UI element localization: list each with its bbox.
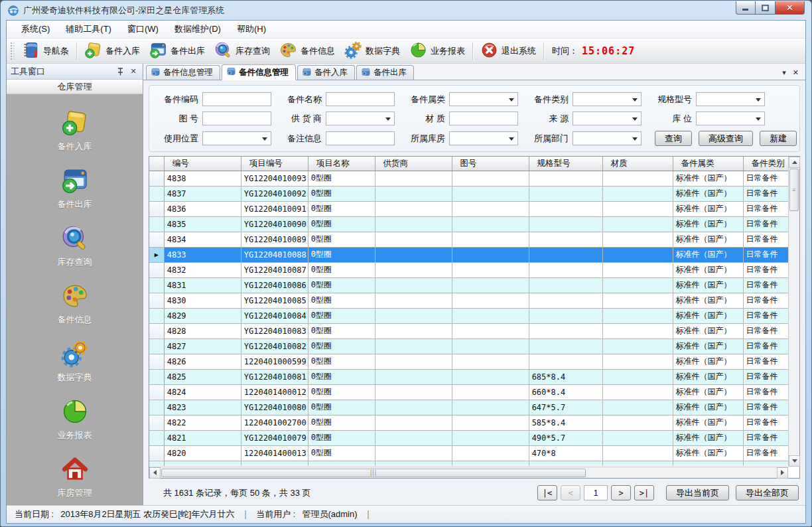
scroll-down-icon[interactable] (789, 455, 800, 467)
row-selector[interactable] (149, 232, 164, 247)
first-page-button[interactable]: |< (537, 485, 557, 500)
field-combo[interactable] (449, 92, 518, 106)
close-button[interactable]: ✕ (776, 1, 805, 15)
table-row[interactable]: 482212204010027000型圈585*8.4标准件（国产）日常备件PC (149, 415, 788, 430)
row-selector[interactable] (149, 171, 164, 186)
scroll-right-icon[interactable] (777, 467, 788, 479)
sidebar-item-parts-in[interactable]: 备件入库 (58, 109, 92, 153)
sidebar-item-data-dict[interactable]: 数据字典 (58, 340, 92, 384)
prev-page-button[interactable]: < (561, 485, 580, 500)
table-row[interactable]: 4838YG122040100930型圈标准件（国产）日常备件M (149, 171, 788, 186)
table-row[interactable]: 4831YG122040100860型圈标准件（国产）日常备件M (149, 277, 788, 293)
tab-4[interactable]: 备件出库 (356, 65, 414, 80)
field-combo[interactable] (202, 131, 271, 145)
menu-item-3[interactable]: 窗口(W) (119, 21, 167, 38)
tab-3[interactable]: 备件入库 (297, 65, 355, 80)
scroll-up-icon[interactable] (789, 157, 800, 168)
table-row[interactable]: 4832YG122040100870型圈标准件（国产）日常备件M (149, 262, 788, 277)
export-all-pages-button[interactable]: 导出全部页 (736, 485, 799, 500)
toolbar-button-data-dict[interactable]: 数据字典 (340, 39, 405, 63)
field-combo[interactable] (696, 112, 765, 125)
horizontal-scrollbar[interactable]: ||| (149, 467, 788, 478)
table-row[interactable]: 4836YG122040100910型圈标准件（国产）日常备件M (149, 201, 788, 216)
field-combo[interactable] (573, 112, 642, 125)
table-row[interactable]: 4823YG122040100800型圈647*5.7标准件（国产）日常备件PC (149, 400, 788, 415)
column-header[interactable]: 规格型号 (529, 157, 602, 171)
row-selector[interactable] (149, 201, 164, 216)
tab-1[interactable]: 备件信息管理 (146, 65, 220, 80)
row-selector[interactable] (149, 323, 164, 339)
toolbar-button-stock-query[interactable]: 库存查询 (210, 39, 275, 63)
minimize-button[interactable] (736, 1, 756, 15)
row-selector[interactable] (149, 293, 164, 308)
table-row[interactable]: 4837YG122040100920型圈标准件（国产）日常备件M (149, 186, 788, 201)
field-combo[interactable] (449, 131, 518, 145)
row-selector[interactable] (149, 354, 164, 369)
row-selector[interactable] (149, 369, 164, 384)
last-page-button[interactable]: >| (634, 485, 654, 500)
field-input[interactable] (326, 131, 395, 145)
field-input[interactable] (202, 92, 271, 106)
sidebar-item-parts-out[interactable]: 备件出库 (58, 167, 92, 210)
toolbar-button-report[interactable]: 业务报表 (405, 39, 470, 63)
sidebar-item-stock-query[interactable]: 库存查询 (58, 224, 92, 268)
table-row[interactable]: 482012204014000130型圈470*8标准件（国产）日常备件PC (149, 445, 788, 461)
table-row[interactable]: 482612204010005990型圈标准件（国产）日常备件M (149, 354, 788, 369)
table-row[interactable]: 4835YG122040100900型圈标准件（国产）日常备件M (149, 216, 788, 232)
restore-button[interactable] (756, 1, 776, 15)
table-row[interactable]: 4825YG122040100810型圈685*8.4标准件（国产）日常备件PC (149, 369, 788, 384)
toolbar-button-parts-in[interactable]: 备件入库 (80, 39, 145, 63)
row-selector[interactable] (149, 216, 164, 232)
table-row[interactable]: 4830YG122040100850型圈标准件（国产）日常备件M (149, 293, 788, 308)
toolbar-button-parts-out[interactable]: 备件出库 (145, 39, 210, 63)
tab-2[interactable]: 备件信息管理 (222, 64, 296, 80)
menu-item-5[interactable]: 帮助(H) (229, 21, 274, 38)
sidebar-item-warehouse[interactable]: 库房管理 (58, 455, 92, 499)
field-combo[interactable] (573, 92, 642, 106)
field-input[interactable] (326, 92, 395, 106)
query-button[interactable]: 查询 (655, 131, 692, 146)
row-selector[interactable] (149, 339, 164, 354)
row-selector[interactable] (149, 430, 164, 445)
table-row[interactable]: 4827YG122040100820型圈标准件（国产）日常备件M (149, 339, 788, 354)
table-row[interactable]: 482412204014000120型圈660*8.4标准件（国产）日常备件PC (149, 384, 788, 400)
export-current-page-button[interactable]: 导出当前页 (666, 485, 729, 500)
row-selector[interactable] (149, 384, 164, 400)
row-selector[interactable] (149, 277, 164, 293)
close-panel-icon[interactable]: ✕ (128, 66, 139, 77)
table-row[interactable]: 4829YG122040100840型圈标准件（国产）日常备件M (149, 308, 788, 323)
page-number-input[interactable] (584, 485, 608, 500)
row-selector[interactable] (149, 400, 164, 415)
vertical-scrollbar[interactable]: ≡ (788, 157, 799, 467)
toolbar-button-parts-info[interactable]: 备件信息 (275, 39, 340, 63)
menu-item-2[interactable]: 辅助工具(T) (58, 21, 119, 38)
column-header[interactable]: 材质 (602, 157, 673, 171)
tab-close-icon[interactable]: ✕ (793, 68, 799, 77)
menu-item-1[interactable]: 系统(S) (13, 21, 58, 38)
sidebar-item-report[interactable]: 业务报表 (58, 398, 92, 441)
field-combo[interactable] (696, 92, 765, 106)
column-header[interactable]: 备件属类 (673, 157, 743, 171)
menu-item-4[interactable]: 数据维护(D) (167, 21, 229, 38)
row-selector[interactable] (149, 445, 164, 461)
column-header[interactable]: 图号 (452, 157, 529, 171)
tab-list-dropdown-icon[interactable]: ▾ (782, 68, 786, 77)
column-header[interactable]: 项目编号 (241, 157, 308, 171)
field-input[interactable] (449, 112, 518, 125)
horizontal-scroll-thumb[interactable]: ||| (161, 469, 586, 477)
column-header[interactable]: 供货商 (375, 157, 452, 171)
column-header[interactable]: 编号 (164, 157, 241, 171)
table-row[interactable]: ▶4833YG122040100880型圈标准件（国产）日常备件M (149, 247, 788, 262)
row-selector[interactable]: ▶ (149, 247, 164, 262)
row-selector[interactable] (149, 262, 164, 277)
toolbar-button-navigator[interactable]: 导航条 (17, 39, 74, 63)
field-combo[interactable] (573, 131, 642, 145)
row-selector[interactable] (149, 186, 164, 201)
pin-icon[interactable] (115, 66, 125, 77)
toolbar-grip[interactable] (11, 42, 15, 60)
row-selector[interactable] (149, 415, 164, 430)
table-row[interactable]: 4828YG122040100830型圈标准件（国产）日常备件M (149, 323, 788, 339)
vertical-scroll-thumb[interactable]: ≡ (789, 169, 799, 211)
column-header[interactable]: 备件类别 (743, 157, 788, 171)
next-page-button[interactable]: > (611, 485, 631, 500)
